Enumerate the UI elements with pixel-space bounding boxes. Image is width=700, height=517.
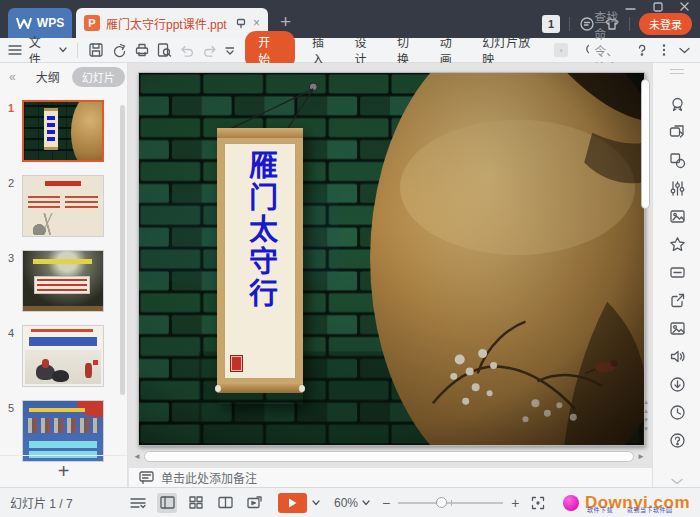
view-switcher: [128, 493, 264, 513]
slide-number: 5: [0, 400, 22, 462]
slideshow-view-icon[interactable]: [244, 493, 264, 513]
slide-row-3: 3: [0, 250, 128, 312]
thumb-art: [28, 418, 98, 434]
slide-thumbnail-3[interactable]: [22, 250, 104, 312]
zoom-in-button[interactable]: +: [511, 495, 519, 511]
play-slideshow-button[interactable]: [278, 493, 307, 513]
thumb-art: [29, 408, 85, 412]
panel-header: « 大纲 幻灯片: [0, 63, 127, 90]
thumb-art: [26, 213, 70, 235]
new-tab-button[interactable]: +: [280, 11, 291, 33]
watermark-dot-icon: [563, 495, 579, 511]
horizontal-scrollbar-thumb[interactable]: [144, 451, 634, 462]
scroll-left-arrow[interactable]: ◄: [133, 453, 141, 461]
vertical-scrollbar-thumb[interactable]: [641, 79, 650, 209]
slide-sorter-icon[interactable]: [186, 493, 206, 513]
tab-slides[interactable]: 幻灯片: [72, 67, 125, 87]
right-toolbar-icons: [653, 96, 700, 449]
add-slide-button[interactable]: +: [0, 455, 127, 487]
collapse-panel-icon[interactable]: «: [9, 70, 16, 84]
slide-nav-arrows[interactable]: ▲▲▼▼: [641, 399, 651, 432]
undo-icon[interactable]: [179, 43, 195, 57]
notes-icon: [139, 471, 154, 484]
save-icon[interactable]: [88, 42, 104, 58]
merge-shapes-icon[interactable]: [669, 152, 686, 169]
hanging-scroll[interactable]: 雁门太守行: [217, 128, 303, 404]
menu-icon[interactable]: [8, 44, 22, 56]
play-options-chevron-icon[interactable]: [312, 500, 320, 506]
wps-logo-icon: [16, 17, 32, 29]
text-box-icon[interactable]: [669, 264, 686, 281]
tab-outline[interactable]: 大纲: [36, 68, 60, 85]
document-tab[interactable]: P 雁门太守行ppt课件.ppt ×: [76, 8, 268, 38]
toolbar-options-icon[interactable]: [225, 46, 235, 55]
redo-icon[interactable]: [202, 43, 218, 57]
login-button[interactable]: 未登录: [639, 13, 692, 35]
thumb-art: [33, 259, 92, 264]
ppt-file-icon: P: [84, 15, 100, 31]
divider: [629, 17, 630, 31]
thumb-art: [31, 329, 93, 332]
slide-row-1: 1: [0, 100, 128, 162]
normal-view-icon[interactable]: [157, 493, 177, 513]
help-circle-icon[interactable]: [669, 432, 686, 449]
fit-window-icon[interactable]: [531, 496, 545, 510]
zoom-control[interactable]: 60%: [334, 496, 370, 510]
scroll-bottom-roller: [217, 384, 303, 393]
slide-thumbnail-2[interactable]: [22, 175, 104, 237]
zoom-slider-track[interactable]: [398, 502, 503, 504]
scroll-right-arrow[interactable]: ►: [637, 453, 645, 461]
zoom-slider-thumb[interactable]: [436, 497, 447, 508]
collapse-right-panel-icon[interactable]: [671, 478, 683, 485]
notes-toggle-icon[interactable]: [128, 493, 148, 513]
reading-view-icon[interactable]: [215, 493, 235, 513]
thumb-art: [25, 350, 100, 384]
horizontal-scrollbar[interactable]: ◄ ►: [133, 450, 645, 463]
more-icon[interactable]: [662, 43, 666, 57]
picture-icon[interactable]: [669, 320, 686, 337]
scroll-body: 雁门太守行: [217, 138, 303, 384]
notes-bar[interactable]: 单击此处添加备注: [129, 467, 652, 487]
thumb-art: [23, 306, 103, 311]
badge-icon[interactable]: [669, 96, 686, 113]
switch-icon[interactable]: [669, 124, 686, 141]
slide-number: 1: [0, 100, 22, 162]
sidebar-scrollbar[interactable]: [120, 105, 125, 395]
slide-thumbnail-5[interactable]: [22, 400, 104, 462]
collapse-ribbon-icon[interactable]: [679, 47, 690, 54]
search-icon: [585, 43, 589, 57]
maximize-icon[interactable]: [652, 1, 663, 12]
thumb-art: [45, 181, 80, 186]
seal-stamp: [230, 355, 243, 372]
pin-tab-icon[interactable]: [235, 17, 247, 29]
file-menu[interactable]: 文件: [29, 33, 53, 67]
design-tools-icon[interactable]: [669, 208, 686, 225]
close-icon[interactable]: [679, 1, 690, 12]
slide-canvas[interactable]: 雁门太守行: [138, 72, 645, 446]
history-icon[interactable]: [669, 404, 686, 421]
play-icon: [288, 498, 297, 508]
zoom-out-button[interactable]: −: [382, 495, 390, 511]
print-icon[interactable]: [134, 42, 150, 58]
slide-number: 4: [0, 325, 22, 387]
divider: [77, 43, 78, 58]
help-icon[interactable]: [635, 43, 649, 57]
favorites-icon[interactable]: [669, 236, 686, 253]
slide-title-text: 雁门太守行: [246, 150, 275, 378]
audio-icon[interactable]: [669, 348, 686, 365]
share-icon[interactable]: [669, 292, 686, 309]
watermark: Downyi.com 软件下载 就到当下软件园: [563, 493, 690, 513]
slide-thumbnail-4[interactable]: [22, 325, 104, 387]
close-tab-icon[interactable]: ×: [253, 17, 260, 29]
download-icon[interactable]: [669, 376, 686, 393]
export-icon[interactable]: [111, 42, 127, 58]
vertical-scrollbar[interactable]: ▲▲▼▼: [641, 71, 651, 447]
panel-handle-icon[interactable]: [670, 69, 684, 74]
object-properties-icon[interactable]: [669, 180, 686, 197]
print-preview-icon[interactable]: [156, 42, 172, 58]
more-tabs-button[interactable]: ›: [554, 43, 568, 57]
slide-thumbnail-1[interactable]: [22, 100, 104, 162]
ribbon-bar: 文件 开始 插入 设计 切换 动画 幻灯片放映 › 查找命令、搜索模板: [0, 38, 700, 63]
slide-row-4: 4: [0, 325, 128, 387]
slide-number: 3: [0, 250, 22, 312]
